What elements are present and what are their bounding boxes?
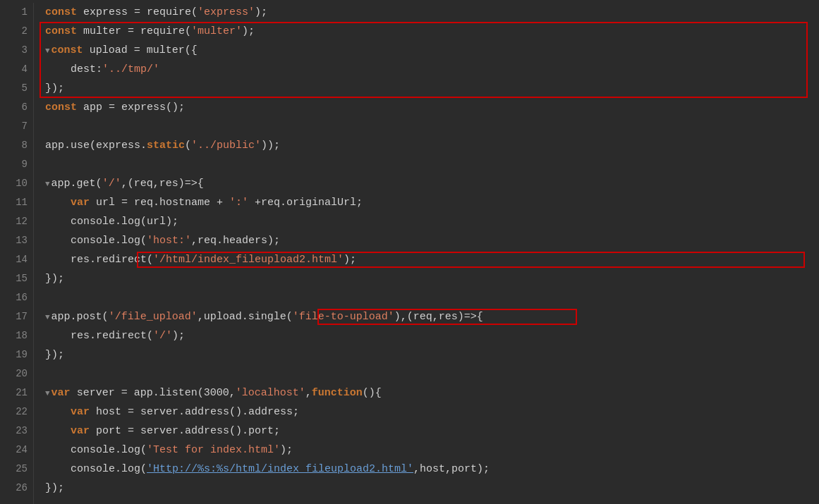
line-num-18: 18 [6, 326, 28, 345]
line-num-2: 2 [6, 22, 28, 41]
code-line-5: }); [45, 79, 808, 98]
code-line-8: app.use(express.static('../public')); [45, 136, 808, 155]
code-line-2: const multer = require('multer'); [45, 22, 808, 41]
code-line-23: var port = server.address().port; [45, 422, 808, 441]
line-num-4: 4 [6, 60, 28, 79]
line-num-23: 23 [6, 422, 28, 441]
highlight-block-2: res.redirect('/html/index_fileupload2.ht… [45, 250, 808, 269]
code-line-19: }); [45, 345, 808, 364]
line-numbers: 1 2 3 4 5 6 7 8 9 10 11 12 13 14 15 16 1… [0, 3, 34, 504]
code-line-16 [45, 288, 808, 307]
line-num-13: 13 [6, 231, 28, 250]
line-num-15: 15 [6, 269, 28, 288]
code-line-3: ▼const upload = multer({ [45, 41, 808, 60]
code-line-18: res.redirect('/'); [45, 326, 808, 345]
line-num-11: 11 [6, 193, 28, 212]
line-num-17: 17 [6, 307, 28, 326]
code-line-10: ▼app.get('/',(req,res)=>{ [45, 174, 808, 193]
code-line-9 [45, 155, 808, 174]
code-line-6: const app = express(); [45, 98, 808, 117]
line-num-6: 6 [6, 98, 28, 117]
line-num-3: 3 [6, 41, 28, 60]
line-num-9: 9 [6, 155, 28, 174]
line-num-16: 16 [6, 288, 28, 307]
code-line-21: ▼var server = app.listen(3000,'localhost… [45, 383, 808, 402]
code-line-25: console.log('Http://%s:%s/html/index_fil… [45, 460, 808, 479]
line-num-22: 22 [6, 402, 28, 422]
line-num-5: 5 [6, 79, 28, 98]
code-line-26: }); [45, 479, 808, 498]
code-line-11: var url = req.hostname + ':' +req.origin… [45, 193, 808, 212]
code-line-15: }); [45, 269, 808, 288]
line-num-21: 21 [6, 383, 28, 402]
code-line-1: const express = require('express'); [45, 3, 808, 22]
code-editor: 1 2 3 4 5 6 7 8 9 10 11 12 13 14 15 16 1… [0, 0, 819, 504]
code-line-22: var host = server.address().address; [45, 402, 808, 422]
code-line-7 [45, 117, 808, 136]
code-content: const express = require('express'); cons… [34, 3, 819, 504]
line-num-25: 25 [6, 460, 28, 479]
line-num-19: 19 [6, 345, 28, 364]
line-num-26: 26 [6, 479, 28, 498]
line-num-24: 24 [6, 441, 28, 460]
line-num-1: 1 [6, 3, 28, 22]
code-line-20 [45, 364, 808, 383]
code-line-17: ▼app.post('/file_upload',upload.single('… [45, 307, 808, 326]
line-num-10: 10 [6, 174, 28, 193]
code-line-14: res.redirect('/html/index_fileupload2.ht… [45, 250, 808, 269]
line-num-20: 20 [6, 364, 28, 383]
code-line-4: dest:'../tmp/' [45, 60, 808, 79]
line-num-14: 14 [6, 250, 28, 269]
line-num-7: 7 [6, 117, 28, 136]
code-line-13: console.log('host:',req.headers); [45, 231, 808, 250]
line-num-8: 8 [6, 136, 28, 155]
highlight-block-3: ▼app.post('/file_upload',upload.single('… [45, 307, 808, 326]
code-line-24: console.log('Test for index.html'); [45, 441, 808, 460]
code-line-12: console.log(url); [45, 212, 808, 231]
line-num-12: 12 [6, 212, 28, 231]
highlight-block-1: const multer = require('multer'); ▼const… [45, 22, 808, 98]
